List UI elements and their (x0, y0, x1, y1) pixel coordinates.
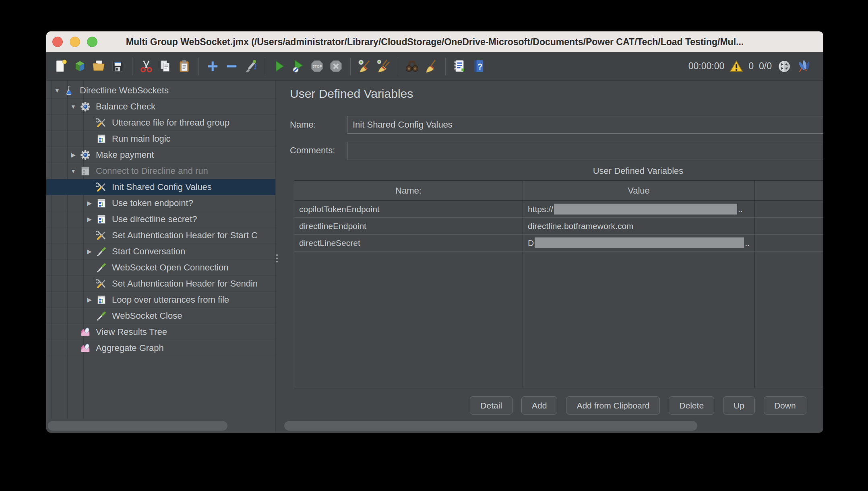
value-text: .. (738, 204, 743, 214)
stop-button[interactable]: STOP (309, 58, 326, 75)
table-header-row: Name:Value (294, 181, 823, 201)
toolbar-separator (265, 58, 265, 75)
listener-icon (80, 327, 92, 337)
tree-item-aggregate-graph[interactable]: Aggregate Graph (46, 340, 275, 356)
open-folder-icon (91, 59, 107, 74)
expand-arrow-icon[interactable]: ▶ (66, 151, 80, 159)
tree-item-utterance-file-for-thread-group[interactable]: Utterance file for thread group (46, 115, 275, 131)
tree-item-websocket-open-connection[interactable]: WebSocket Open Connection (46, 260, 275, 276)
collapse-arrow-icon[interactable]: ▼ (50, 87, 64, 94)
add-from-clipboard-button[interactable]: Add from Clipboard (566, 396, 660, 415)
remote-start-icon[interactable] (777, 59, 792, 74)
script-icon (96, 134, 108, 144)
expand-arrow-icon[interactable]: ▶ (83, 296, 96, 303)
tree-item-label: Run main logic (112, 134, 171, 144)
tree-item-websocket-close[interactable]: WebSocket Close (46, 308, 275, 324)
tree-item-balance-check[interactable]: ▼Balance Check (46, 99, 275, 115)
cut-button[interactable] (138, 58, 155, 75)
panel-heading: User Defined Variables (290, 87, 413, 101)
listener-icon (80, 343, 92, 353)
expand-arrow-icon[interactable]: ▶ (83, 216, 96, 223)
value-text: https:// (528, 204, 553, 214)
value-text: D (528, 238, 534, 248)
start-button[interactable] (271, 58, 288, 75)
comments-input[interactable] (347, 142, 823, 159)
panel-splitter[interactable] (275, 80, 279, 433)
warning-icon[interactable] (730, 60, 743, 73)
tree-item-run-main-logic[interactable]: Run main logic (46, 131, 275, 147)
tree-item-label: Init Shared Config Values (112, 182, 212, 192)
subtract-button[interactable] (223, 58, 240, 75)
clear-button[interactable] (356, 58, 373, 75)
detail-button[interactable]: Detail (470, 396, 513, 415)
shutdown-button[interactable] (328, 58, 345, 75)
warning-count: 0 (748, 61, 754, 72)
description-cell[interactable] (755, 218, 823, 234)
variable-name-cell[interactable]: directLineSecret (294, 235, 523, 251)
jmeter-window: Multi Group WebSocket.jmx (/Users/admini… (46, 31, 823, 433)
search-reset-button[interactable] (423, 58, 440, 75)
tree-item-label: Start Conversation (112, 246, 185, 257)
jmeter-logo-icon (797, 59, 811, 74)
down-button[interactable]: Down (764, 396, 806, 415)
name-input[interactable] (347, 116, 823, 134)
tree-item-init-shared-config-values[interactable]: Init Shared Config Values (46, 179, 275, 195)
tree-item-label: Set Authentication Header for Sendin (112, 279, 258, 289)
tree-item-connect-to-direcline-and-run[interactable]: ▼Connect to Direcline and run (46, 163, 275, 179)
variable-value-cell[interactable]: directline.botframework.com (523, 218, 755, 234)
delete-button[interactable]: Delete (669, 396, 714, 415)
tree-item-set-authentication-header-for-start-c[interactable]: Set Authentication Header for Start C (46, 227, 275, 243)
description-cell[interactable] (755, 235, 823, 251)
sampler-icon (96, 246, 108, 257)
empty-cell (755, 252, 823, 388)
expand-arrow-icon[interactable]: ▶ (83, 200, 96, 207)
script-disabled-icon (80, 166, 92, 176)
script-icon (96, 198, 108, 208)
add-button[interactable] (205, 58, 221, 75)
toolbar-separator (445, 58, 446, 75)
panel-horizontal-scrollbar-thumb[interactable] (284, 421, 697, 431)
expand-arrow-icon[interactable]: ▶ (83, 248, 96, 255)
tree-item-make-payment[interactable]: ▶Make payment (46, 147, 275, 163)
tree-item-use-token-endpoint[interactable]: ▶Use token endpoint? (46, 195, 275, 211)
function-helper-icon (452, 59, 467, 74)
start-no-pauses-button[interactable] (290, 58, 307, 75)
tree-item-set-authentication-header-for-sendin[interactable]: Set Authentication Header for Sendin (46, 276, 275, 292)
paste-button[interactable] (176, 58, 193, 75)
add-button[interactable]: Add (521, 396, 557, 415)
help-button[interactable]: ? (470, 58, 487, 75)
tree-item-view-results-tree[interactable]: View Results Tree (46, 324, 275, 340)
description-cell[interactable] (755, 201, 823, 217)
clear-all-button[interactable] (375, 58, 392, 75)
collapse-arrow-icon[interactable]: ▼ (66, 168, 80, 174)
tree-item-start-conversation[interactable]: ▶Start Conversation (46, 243, 275, 260)
variable-value-cell[interactable]: https://.. (523, 201, 755, 217)
search-button[interactable] (404, 58, 421, 75)
tree-item-use-directline-secret[interactable]: ▶Use directline secret? (46, 211, 275, 227)
up-button[interactable]: Up (723, 396, 755, 415)
gear-icon (80, 150, 92, 160)
tree-item-label: WebSocket Close (112, 311, 182, 321)
sampler-icon (96, 311, 108, 321)
templates-button[interactable] (72, 58, 89, 75)
tree-item-directline-websockets[interactable]: ▼Directline WebSockets (46, 83, 275, 99)
new-file-icon (54, 59, 69, 74)
help-icon: ? (471, 59, 486, 74)
dropper-icon (243, 59, 258, 74)
save-button[interactable] (110, 58, 126, 75)
function-helper-button[interactable] (451, 58, 468, 75)
variable-name-cell[interactable]: copilotTokenEndpoint (294, 201, 523, 217)
tree-horizontal-scrollbar-thumb[interactable] (48, 421, 227, 431)
variable-name-cell[interactable]: directlineEndpoint (294, 218, 523, 234)
tree-item-loop-over-utterances-from-file[interactable]: ▶Loop over utterances from file (46, 292, 275, 308)
name-label: Name: (290, 120, 316, 130)
variable-value-cell[interactable]: D.. (523, 235, 755, 251)
tree-item-label: Connect to Direcline and run (96, 166, 208, 176)
table-row-copilottokenendpoint: copilotTokenEndpointhttps://.. (294, 201, 823, 218)
table-title: User Defined Variables (294, 166, 823, 176)
copy-button[interactable] (157, 58, 174, 75)
open-folder-button[interactable] (91, 58, 107, 75)
dropper-button[interactable] (242, 58, 259, 75)
collapse-arrow-icon[interactable]: ▼ (66, 103, 80, 110)
new-file-button[interactable] (53, 58, 70, 75)
